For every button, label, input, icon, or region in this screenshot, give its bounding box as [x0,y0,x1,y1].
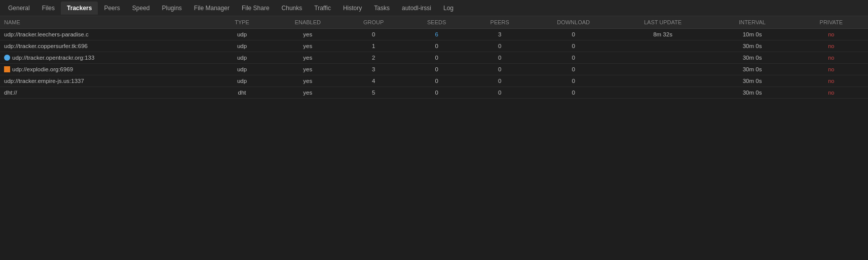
cell-lastupdate [616,52,710,64]
cell-peers: 0 [468,64,532,75]
cell-private: no [795,40,868,52]
cell-name: udp://tracker.leechers-paradise.c [0,29,210,40]
cell-private: no [795,29,868,40]
col-header-name: NAME [0,16,210,29]
cell-interval: 30m 0s [710,75,794,87]
cell-group: 4 [342,75,405,87]
cell-name: udp://tracker.empire-js.us:1337 [0,75,210,87]
col-header-private: PRIVATE [795,16,868,29]
cell-type: udp [210,29,274,40]
nav-tab-chunks[interactable]: Chunks [276,2,309,15]
cell-peers: 0 [468,75,532,87]
cell-interval: 30m 0s [710,64,794,75]
tracker-name: dht:// [4,90,17,96]
cell-download: 0 [532,64,616,75]
cell-private: no [795,87,868,99]
nav-tab-log[interactable]: Log [437,2,460,15]
col-header-download: DOWNLOAD [532,16,616,29]
cell-peers: 3 [468,29,532,40]
col-header-seeds: SEEDS [405,16,468,29]
nav-tab-history[interactable]: History [337,2,368,15]
cell-private: no [795,75,868,87]
nav-tab-traffic[interactable]: Traffic [308,2,337,15]
table-row[interactable]: udp://tracker.coppersurfer.tk:696udpyes1… [0,40,868,52]
cell-type: udp [210,64,274,75]
cell-enabled: yes [274,29,342,40]
nav-tab-filemanager[interactable]: File Manager [188,2,236,15]
table-row[interactable]: udp://tracker.empire-js.us:1337udpyes400… [0,75,868,87]
cell-interval: 30m 0s [710,87,794,99]
cell-type: udp [210,52,274,64]
col-header-enabled: ENABLED [274,16,342,29]
cell-enabled: yes [274,64,342,75]
tracker-icon-circle [4,55,10,61]
table-body: udp://tracker.leechers-paradise.cudpyes0… [0,29,868,99]
tracker-name: udp://tracker.empire-js.us:1337 [4,78,84,84]
cell-interval: 10m 0s [710,29,794,40]
cell-lastupdate [616,40,710,52]
nav-tabs: GeneralFilesTrackersPeersSpeedPluginsFil… [0,0,868,16]
cell-lastupdate [616,75,710,87]
cell-lastupdate [616,64,710,75]
nav-tab-speed[interactable]: Speed [126,2,156,15]
trackers-table-container: NAME TYPE ENABLED GROUP SEEDS PEERS DOWN… [0,16,868,99]
table-row[interactable]: udp://tracker.leechers-paradise.cudpyes0… [0,29,868,40]
col-header-peers: PEERS [468,16,532,29]
cell-interval: 30m 0s [710,52,794,64]
col-header-group: GROUP [342,16,405,29]
cell-group: 1 [342,40,405,52]
cell-enabled: yes [274,87,342,99]
cell-enabled: yes [274,52,342,64]
cell-download: 0 [532,75,616,87]
table-row[interactable]: udp://explodie.org:6969udpyes300030m 0sn… [0,64,868,75]
nav-tab-trackers[interactable]: Trackers [61,2,98,15]
tracker-name: udp://tracker.opentrackr.org:133 [12,55,94,61]
cell-download: 0 [532,87,616,99]
cell-seeds: 0 [405,52,468,64]
cell-download: 0 [532,29,616,40]
cell-lastupdate: 8m 32s [616,29,710,40]
tracker-icon-square [4,66,10,72]
cell-group: 5 [342,87,405,99]
cell-enabled: yes [274,40,342,52]
cell-seeds: 0 [405,40,468,52]
nav-tab-fileshare[interactable]: File Share [236,2,276,15]
cell-private: no [795,64,868,75]
cell-seeds: 0 [405,75,468,87]
cell-download: 0 [532,40,616,52]
table-row[interactable]: dht://dhtyes500030m 0sno [0,87,868,99]
cell-group: 2 [342,52,405,64]
table-row[interactable]: udp://tracker.opentrackr.org:133udpyes20… [0,52,868,64]
tracker-name: udp://tracker.leechers-paradise.c [4,31,89,37]
cell-name: udp://tracker.opentrackr.org:133 [0,52,210,64]
tracker-name: udp://explodie.org:6969 [12,66,73,72]
nav-tab-autodl[interactable]: autodl-irssi [396,2,437,15]
trackers-table: NAME TYPE ENABLED GROUP SEEDS PEERS DOWN… [0,16,868,99]
cell-peers: 0 [468,87,532,99]
nav-tab-plugins[interactable]: Plugins [156,2,188,15]
nav-tab-tasks[interactable]: Tasks [368,2,396,15]
cell-seeds: 0 [405,64,468,75]
cell-private: no [795,52,868,64]
nav-tab-files[interactable]: Files [36,2,61,15]
cell-seeds: 6 [405,29,468,40]
nav-tab-general[interactable]: General [2,2,36,15]
col-header-lastupdate: LAST UPDATE [616,16,710,29]
col-header-interval: INTERVAL [710,16,794,29]
cell-download: 0 [532,52,616,64]
cell-lastupdate [616,87,710,99]
cell-peers: 0 [468,40,532,52]
cell-type: udp [210,75,274,87]
cell-peers: 0 [468,52,532,64]
cell-type: udp [210,40,274,52]
tracker-name: udp://tracker.coppersurfer.tk:696 [4,43,88,49]
cell-type: dht [210,87,274,99]
col-header-type: TYPE [210,16,274,29]
cell-seeds: 0 [405,87,468,99]
nav-tab-peers[interactable]: Peers [98,2,126,15]
table-header: NAME TYPE ENABLED GROUP SEEDS PEERS DOWN… [0,16,868,29]
cell-name: udp://tracker.coppersurfer.tk:696 [0,40,210,52]
cell-enabled: yes [274,75,342,87]
cell-interval: 30m 0s [710,40,794,52]
cell-name: dht:// [0,87,210,99]
